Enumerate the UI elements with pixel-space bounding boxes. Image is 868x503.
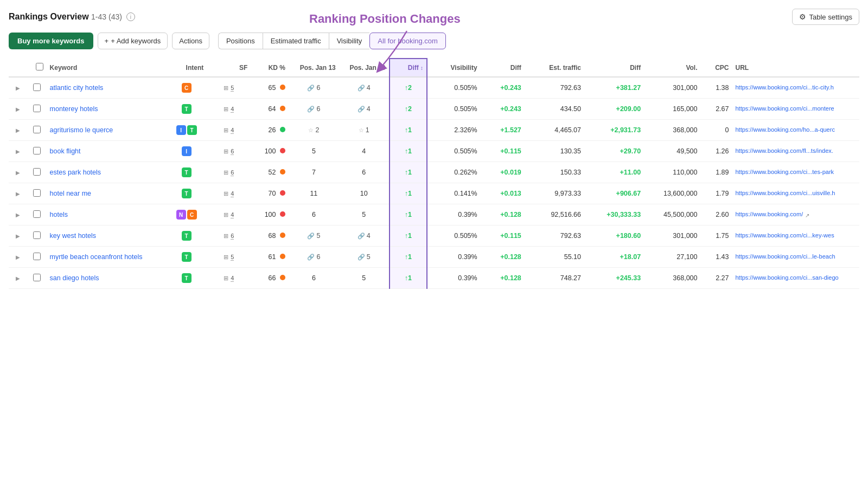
- th-pos-jan13[interactable]: Pos. Jan 13: [289, 59, 339, 77]
- add-keywords-button[interactable]: + + Add keywords: [98, 33, 168, 49]
- keyword-link[interactable]: atlantic city hotels: [50, 84, 104, 92]
- cpc-cell: 1.43: [701, 247, 732, 268]
- table-row: ▶ book flight I ⊞ 6 100 5 4 ↑1 0.505%: [9, 141, 859, 162]
- expand-button[interactable]: ▶: [15, 170, 21, 176]
- row-checkbox[interactable]: [33, 189, 41, 197]
- expand-button[interactable]: ▶: [15, 275, 21, 281]
- row-checkbox[interactable]: [33, 83, 41, 91]
- sf-cell: ⊞ 5: [207, 247, 251, 268]
- url-link[interactable]: https://www.booking.com/ci...montere: [735, 105, 834, 112]
- info-icon[interactable]: i: [126, 12, 135, 21]
- kd-dot: [280, 127, 285, 132]
- sf-number[interactable]: 4: [231, 190, 234, 197]
- expand-button[interactable]: ▶: [15, 106, 21, 112]
- pos-jan19-cell: 🔗 4: [339, 99, 390, 120]
- expand-button[interactable]: ▶: [15, 233, 21, 239]
- keyword-link[interactable]: hotel near me: [50, 190, 91, 197]
- sf-number[interactable]: 6: [231, 233, 234, 240]
- keyword-link[interactable]: myrtle beach oceanfront hotels: [50, 253, 143, 261]
- url-link[interactable]: https://www.booking.com/: [735, 211, 803, 217]
- url-link[interactable]: https://www.booking.com/ci...tic-city.h: [735, 84, 833, 91]
- expand-button[interactable]: ▶: [15, 85, 21, 91]
- row-checkbox[interactable]: [33, 253, 41, 260]
- th-pos-jan19[interactable]: Pos. Jan 19: [339, 59, 390, 77]
- keyword-link[interactable]: book flight: [50, 147, 81, 155]
- row-checkbox[interactable]: [33, 231, 41, 239]
- url-cell: https://www.booking.com/ci...san-diego: [732, 268, 859, 289]
- actions-button[interactable]: Actions: [172, 33, 209, 49]
- sf-number[interactable]: 4: [231, 106, 234, 113]
- vis-diff-value: +0.128: [500, 211, 521, 218]
- tab-visibility[interactable]: Visibility: [329, 33, 370, 49]
- url-link[interactable]: https://www.booking.com/ci...san-diego: [735, 274, 838, 281]
- sf-cell: ⊞ 6: [207, 225, 251, 247]
- sf-table-icon: ⊞: [224, 233, 228, 240]
- tab-all-booking[interactable]: All for booking.com: [369, 33, 446, 49]
- intent-cell: I: [166, 141, 207, 162]
- expand-cell: ▶: [9, 183, 28, 204]
- expand-button[interactable]: ▶: [15, 191, 21, 197]
- cpc-cell: 1.75: [701, 225, 732, 247]
- row-checkbox[interactable]: [33, 168, 41, 176]
- row-checkbox[interactable]: [33, 274, 41, 281]
- visibility-cell: 0.39%: [427, 204, 481, 225]
- sf-number[interactable]: 4: [231, 211, 234, 218]
- keyword-link[interactable]: agriturismo le querce: [50, 126, 113, 134]
- pos-jan19-cell: 6: [339, 162, 390, 183]
- row-checkbox[interactable]: [33, 126, 41, 133]
- url-link[interactable]: https://www.booking.com/ci...tes-park: [735, 169, 834, 175]
- sf-table-icon: ⊞: [224, 254, 228, 261]
- sf-number[interactable]: 4: [231, 127, 234, 134]
- vis-diff-cell: +0.128: [481, 268, 525, 289]
- keyword-cell: hotel near me: [47, 183, 166, 204]
- kd-cell: 64: [251, 99, 289, 120]
- keyword-link[interactable]: monterey hotels: [50, 105, 98, 113]
- url-link[interactable]: https://www.booking.com/ci...le-beach: [735, 253, 835, 260]
- vol-cell: 368,000: [644, 120, 700, 141]
- checkbox-cell: [28, 247, 47, 268]
- sf-number[interactable]: 5: [231, 254, 234, 261]
- expand-button[interactable]: ▶: [15, 254, 21, 260]
- tab-estimated-traffic[interactable]: Estimated traffic: [263, 33, 329, 49]
- select-all-checkbox[interactable]: [36, 63, 43, 70]
- sf-number[interactable]: 5: [231, 85, 234, 92]
- est-traffic-cell: 434.50: [525, 99, 584, 120]
- url-link[interactable]: https://www.booking.com/fl...ts/index.: [735, 147, 833, 154]
- expand-button[interactable]: ▶: [15, 212, 21, 218]
- url-link[interactable]: https://www.booking.com/ci...uisville.h: [735, 190, 835, 196]
- table-settings-button[interactable]: ⚙ Table settings: [792, 9, 860, 25]
- expand-button[interactable]: ▶: [15, 149, 21, 154]
- sf-table-icon: ⊞: [224, 106, 228, 113]
- row-checkbox[interactable]: [33, 210, 41, 218]
- th-est-diff: Diff: [584, 59, 644, 77]
- sf-number[interactable]: 6: [231, 148, 234, 155]
- kd-cell: 70: [251, 183, 289, 204]
- keyword-link[interactable]: estes park hotels: [50, 169, 101, 176]
- th-diff[interactable]: Diff ↕: [390, 59, 427, 77]
- url-link[interactable]: https://www.booking.com/ci...key-wes: [735, 232, 834, 238]
- sf-number[interactable]: 4: [231, 275, 234, 282]
- est-diff-value: +245.33: [616, 274, 641, 282]
- keyword-link[interactable]: key west hotels: [50, 232, 96, 240]
- est-diff-cell: +381.27: [584, 77, 644, 99]
- keyword-cell: key west hotels: [47, 225, 166, 247]
- table-row: ▶ san diego hotels T ⊞ 4 66 6 5 ↑1 0.: [9, 268, 859, 289]
- est-diff-value: +29.70: [620, 147, 641, 155]
- pos-jan13-cell: 🔗 5: [289, 225, 339, 247]
- row-checkbox[interactable]: [33, 147, 41, 154]
- buy-keywords-button[interactable]: Buy more keywords: [9, 33, 93, 49]
- keyword-link[interactable]: san diego hotels: [50, 274, 99, 282]
- table-header-row: Keyword Intent SF KD % Pos. Jan 13 Pos. …: [9, 59, 859, 77]
- expand-button[interactable]: ▶: [15, 127, 21, 133]
- pos-jan19-cell: 4: [339, 141, 390, 162]
- vol-cell: 110,000: [644, 162, 700, 183]
- tab-positions[interactable]: Positions: [218, 33, 263, 49]
- row-checkbox[interactable]: [33, 105, 41, 112]
- pos-jan13-cell: 7: [289, 162, 339, 183]
- sf-number[interactable]: 6: [231, 169, 234, 176]
- url-link[interactable]: https://www.booking.com/ho...a-querc: [735, 126, 834, 133]
- est-diff-cell: +11.00: [584, 162, 644, 183]
- diff-cell: ↑1: [390, 204, 427, 225]
- keyword-link[interactable]: hotels: [50, 211, 68, 218]
- expand-cell: ▶: [9, 162, 28, 183]
